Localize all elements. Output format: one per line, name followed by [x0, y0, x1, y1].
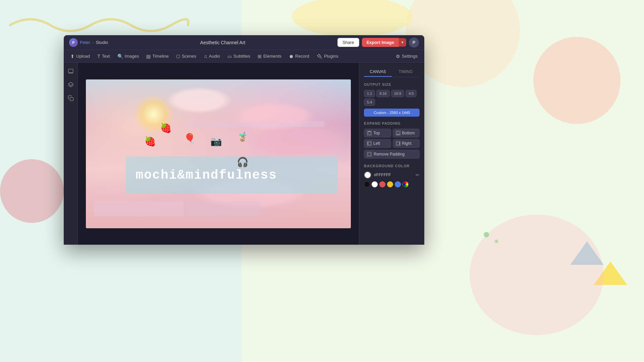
bottom-bar-left — [94, 201, 184, 216]
size-9-16[interactable]: 9:16 — [376, 90, 389, 97]
svg-rect-20 — [397, 142, 399, 145]
sticker-headphones[interactable]: 🎧 — [237, 157, 249, 168]
tab-timing[interactable]: TIMING — [392, 67, 420, 77]
size-5-4[interactable]: 5:4 — [364, 99, 375, 106]
toolbar-settings[interactable]: ⚙ Settings — [392, 52, 421, 61]
padding-right-btn[interactable]: Right — [393, 139, 420, 148]
breadcrumb-separator: › — [92, 40, 94, 45]
toolbar-record[interactable]: ⏺ Record — [285, 52, 313, 61]
toolbar-subtitles[interactable]: ▭ Subtitles — [224, 52, 254, 61]
svg-marker-5 — [570, 241, 604, 265]
expand-padding-title: EXPAND PADDING — [364, 121, 420, 125]
remove-padding-label: Remove Padding — [374, 152, 405, 157]
color-picker-icon[interactable]: ✏ — [416, 172, 420, 178]
plugins-icon: 🔌 — [317, 54, 322, 59]
padding-bottom-icon — [396, 131, 400, 135]
subtitles-icon: ▭ — [227, 54, 232, 59]
timeline-icon: ▤ — [146, 54, 151, 59]
export-dropdown-button[interactable]: ▾ — [399, 38, 406, 47]
export-btn-group: Export Image ▾ — [362, 38, 406, 47]
sticker-bubble-tea[interactable]: 🧋 — [237, 131, 249, 142]
toolbar-text-label: Text — [102, 54, 110, 59]
toolbar-plugins[interactable]: 🔌 Plugins — [313, 52, 342, 61]
sidebar-stack-icon[interactable] — [65, 79, 76, 90]
toolbar-scenes-label: Scenes — [182, 54, 196, 59]
remove-padding-btn[interactable]: Remove Padding — [364, 150, 420, 159]
user-avatar-breadcrumb: P — [69, 38, 78, 47]
app-window: P Peter › Studio Aesthetic Channel Art S… — [64, 35, 424, 245]
top-bar: P Peter › Studio Aesthetic Channel Art S… — [64, 35, 424, 50]
color-display: #FFFFFF ✏ — [364, 171, 420, 179]
toolbar-record-label: Record — [295, 54, 309, 59]
breadcrumb: P Peter › Studio — [69, 38, 108, 47]
swatch-custom[interactable] — [402, 181, 409, 187]
padding-left-label: Left — [373, 141, 380, 146]
svg-rect-14 — [368, 132, 371, 134]
export-button[interactable]: Export Image — [362, 38, 399, 47]
size-custom[interactable]: Custom - 2560 x 1440 — [364, 109, 420, 117]
svg-point-9 — [495, 240, 498, 243]
padding-right-icon — [396, 141, 400, 146]
toolbar-timeline-label: Timeline — [152, 54, 169, 59]
color-hex-value: #FFFFFF — [374, 173, 391, 177]
canvas-banner: mochi&mindfulness — [126, 157, 338, 193]
toolbar: ⬆ Upload T Text 🔍 Images ▤ Timeline ⬡ Sc… — [64, 50, 424, 63]
svg-rect-18 — [368, 142, 371, 145]
padding-left-icon — [367, 141, 372, 146]
tab-canvas[interactable]: CANVAS — [364, 67, 392, 77]
size-16-9[interactable]: 16:9 — [391, 90, 404, 97]
breadcrumb-user[interactable]: Peter — [80, 40, 90, 45]
toolbar-audio-label: Audio — [209, 54, 220, 59]
record-icon: ⏺ — [289, 54, 293, 59]
toolbar-elements[interactable]: ⊞ Elements — [254, 52, 285, 61]
sticker-camera[interactable]: 📷 — [210, 136, 222, 147]
text-icon: T — [97, 54, 100, 59]
output-size-title: OUTPUT SIZE — [364, 82, 420, 86]
swatch-red[interactable] — [379, 181, 385, 187]
canvas-image: mochi&mindfulness 🍓 🍓 🎈 📷 🧋 🎧 — [86, 79, 351, 228]
svg-point-6 — [470, 215, 604, 335]
user-avatar[interactable]: P — [409, 38, 419, 48]
swatch-yellow[interactable] — [387, 181, 393, 187]
toolbar-audio[interactable]: ♫ Audio — [200, 52, 223, 61]
canvas-area[interactable]: mochi&mindfulness 🍓 🍓 🎈 📷 🧋 🎧 — [78, 63, 359, 245]
sidebar-copy-icon[interactable] — [65, 93, 76, 104]
toolbar-upload-label: Upload — [76, 54, 90, 59]
toolbar-images[interactable]: 🔍 Images — [114, 52, 143, 61]
svg-rect-13 — [70, 98, 73, 101]
canvas-main-text: mochi&mindfulness — [136, 168, 277, 182]
swatch-black[interactable] — [364, 181, 370, 187]
breadcrumb-section: Studio — [96, 40, 108, 45]
audio-icon: ♫ — [204, 54, 207, 59]
toolbar-scenes[interactable]: ⬡ Scenes — [173, 52, 200, 61]
toolbar-text[interactable]: T Text — [94, 52, 113, 61]
sticker-balloon[interactable]: 🎈 — [184, 133, 196, 144]
sidebar-layers-icon[interactable] — [65, 66, 76, 77]
size-4-5[interactable]: 4:5 — [406, 90, 417, 97]
toolbar-timeline[interactable]: ▤ Timeline — [143, 52, 172, 61]
sticker-strawberry-1[interactable]: 🍓 — [144, 136, 156, 147]
padding-top-icon — [367, 131, 372, 135]
settings-icon: ⚙ — [396, 54, 400, 59]
document-title: Aesthetic Channel Art — [108, 40, 337, 45]
size-1-1[interactable]: 1:1 — [364, 90, 375, 97]
svg-point-8 — [484, 232, 489, 237]
right-panel: CANVAS TIMING OUTPUT SIZE 1:1 9:16 16:9 … — [359, 63, 424, 245]
color-preview[interactable] — [364, 171, 371, 179]
bg-color-title: BACKGROUND COLOR — [364, 164, 420, 168]
sticker-strawberry-2[interactable]: 🍓 — [160, 122, 172, 133]
padding-grid: Top Bottom — [364, 129, 420, 148]
padding-left-btn[interactable]: Left — [364, 139, 391, 148]
svg-rect-10 — [68, 69, 73, 73]
toolbar-upload[interactable]: ⬆ Upload — [67, 52, 93, 61]
swatch-white[interactable] — [372, 181, 378, 187]
padding-top-btn[interactable]: Top — [364, 129, 391, 137]
cloud-1 — [165, 87, 232, 114]
padding-right-label: Right — [402, 141, 412, 146]
padding-bottom-btn[interactable]: Bottom — [393, 129, 420, 137]
swatch-blue[interactable] — [395, 181, 401, 187]
color-swatches — [364, 181, 420, 187]
output-size-section: OUTPUT SIZE 1:1 9:16 16:9 4:5 5:4 Custom… — [364, 82, 420, 121]
share-button[interactable]: Share — [337, 38, 359, 47]
left-sidebar — [64, 63, 78, 245]
